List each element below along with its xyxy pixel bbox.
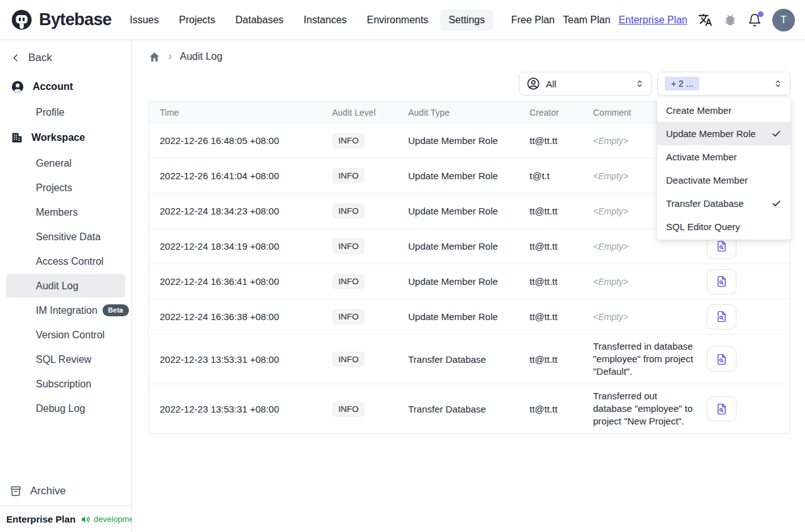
cell-actions [707,396,790,421]
notification-bell-icon[interactable] [748,13,762,27]
nav-item-issues[interactable]: Issues [121,9,167,31]
sidebar-item-projects[interactable]: Projects [6,176,125,199]
cell-creator: tt@tt.tt [530,354,593,365]
cell-time: 2022-12-24 16:36:38 +08:00 [160,311,332,322]
cell-audit-level: INFO [332,168,408,184]
cell-creator: tt@tt.tt [530,135,593,146]
sidebar-item-version-control[interactable]: Version Control [6,323,125,346]
sidebar-item-members[interactable]: Members [6,201,125,224]
beta-badge: Beta [103,304,129,316]
cell-audit-level: INFO [332,238,408,254]
menu-item-label: Transfer Database [666,198,744,209]
nav-item-settings[interactable]: Settings [440,9,493,31]
nav-item-instances[interactable]: Instances [296,9,355,31]
audit-level-badge: INFO [332,133,365,148]
menu-item-activate-member[interactable]: Activate Member [657,145,791,169]
cell-comment: <Empty> [593,311,707,323]
bytebase-logo[interactable]: Bytebase [10,8,111,31]
cell-creator: tt@tt.tt [530,241,593,252]
nav-item-environments[interactable]: Environments [358,9,436,31]
sidebar-section-workspace: Workspace [0,125,131,150]
home-icon[interactable] [148,51,160,63]
bug-report-icon[interactable] [723,13,737,27]
menu-item-label: Update Member Role [666,128,756,139]
sidebar-item-label: Access Control [36,256,104,267]
view-detail-button[interactable] [707,304,736,330]
sidebar-section-title: Account [33,81,73,92]
view-detail-button[interactable] [707,269,736,294]
breadcrumb-separator-icon [167,53,174,60]
building-icon [11,131,23,144]
sidebar-item-label: IM Integration [36,305,97,316]
avatar[interactable]: T [772,9,795,31]
enterprise-plan-link[interactable]: Enterprise Plan [619,14,687,26]
person-circle-icon [526,77,540,91]
chevron-updown-icon [773,79,783,89]
sidebar-item-profile[interactable]: Profile [6,101,125,124]
back-button[interactable]: Back [0,47,131,69]
sidebar-item-access-control[interactable]: Access Control [6,250,125,273]
team-plan-link[interactable]: Team Plan [563,14,611,26]
nav-item-projects[interactable]: Projects [171,9,224,31]
sidebar-section-title: Workspace [31,132,85,143]
translate-icon[interactable] [698,13,713,27]
sidebar-item-general[interactable]: General [6,152,125,175]
menu-item-label: Activate Member [666,152,737,162]
nav-item-databases[interactable]: Databases [227,9,292,31]
top-navbar: Bytebase IssuesProjectsDatabasesInstance… [0,0,805,40]
cell-time: 2022-12-24 18:34:23 +08:00 [160,206,332,216]
cell-audit-level: INFO [332,309,408,324]
speaker-icon [80,514,91,524]
cell-creator: tt@tt.tt [530,404,593,414]
view-detail-button[interactable] [707,346,736,372]
sidebar: Back AccountProfileWorkspaceGeneralProje… [0,40,132,532]
menu-item-update-member-role[interactable]: Update Member Role [657,122,791,145]
cell-creator: tt@tt.tt [530,206,593,216]
check-icon [771,198,782,209]
menu-item-label: SQL Editor Query [666,221,740,232]
audit-type-filter-select[interactable]: + 2 ... [657,72,791,96]
cell-time: 2022-12-23 13:53:31 +08:00 [160,354,332,365]
cell-audit-level: INFO [332,401,408,417]
sidebar-item-label: Debug Log [36,403,85,414]
cell-actions [707,269,790,294]
audit-level-badge: INFO [332,309,365,324]
cell-audit-level: INFO [332,274,408,289]
sidebar-item-label: Profile [36,107,64,118]
cell-audit-level: INFO [332,352,408,367]
cell-audit-type: Update Member Role [408,276,530,287]
sidebar-item-label: Members [36,207,78,218]
sidebar-item-sensitive-data[interactable]: Sensitive Data [6,225,125,248]
cell-audit-type: Update Member Role [408,206,530,216]
chevron-left-icon [11,53,21,63]
cell-audit-level: INFO [332,203,408,219]
table-row: 2022-12-23 13:53:31 +08:00INFOTransfer D… [149,384,790,433]
sidebar-item-sql-review[interactable]: SQL Review [6,348,125,371]
archive-box-icon [9,485,22,497]
sidebar-item-debug-log[interactable]: Debug Log [6,397,125,420]
menu-item-sql-editor-query[interactable]: SQL Editor Query [657,215,791,238]
sidebar-item-label: Version Control [36,330,104,341]
sidebar-item-archive[interactable]: Archive [0,477,131,506]
brand-name: Bytebase [39,10,111,30]
sidebar-item-subscription[interactable]: Subscription [6,372,125,396]
file-search-icon [715,240,728,253]
sidebar-item-im-integration[interactable]: IM IntegrationBeta [6,299,125,322]
cell-audit-type: Transfer Database [408,404,530,414]
free-plan-link[interactable]: Free Plan [511,14,555,26]
file-search-icon [715,353,728,366]
cell-time: 2022-12-24 18:34:19 +08:00 [160,241,332,252]
cell-comment: <Empty> [593,275,707,288]
plan-name: Enterprise Plan [6,514,75,524]
file-search-icon [715,275,728,288]
menu-item-transfer-database[interactable]: Transfer Database [657,192,791,215]
menu-item-deactivate-member[interactable]: Deactivate Member [657,169,791,192]
file-search-icon [715,310,728,323]
creator-filter-select[interactable]: All [519,72,652,96]
view-detail-button[interactable] [707,396,736,421]
menu-item-create-member[interactable]: Create Member [657,99,791,122]
menu-item-label: Create Member [666,105,731,116]
creator-filter-value: All [546,79,557,89]
sidebar-item-audit-log[interactable]: Audit Log [6,274,125,297]
sidebar-item-label: General [36,158,72,169]
